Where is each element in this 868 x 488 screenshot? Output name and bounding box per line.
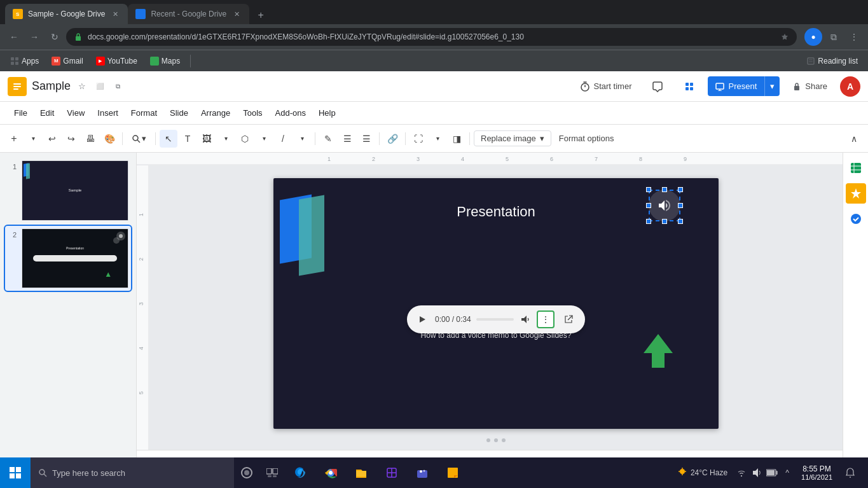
menu-arrange[interactable]: Arrange [195,104,237,122]
menu-addons[interactable]: Add-ons [269,104,312,122]
forward-button[interactable]: → [25,28,43,46]
taskbar-search[interactable]: Type here to search [31,457,234,488]
bg-btn[interactable]: ◨ [448,130,465,148]
right-sidebar-tasks[interactable] [846,209,866,229]
zoom-control[interactable]: ▾ [127,131,151,146]
edit-tool[interactable]: ✎ [319,130,337,148]
task-view-button[interactable] [259,460,285,485]
menu-insert[interactable]: Insert [91,104,125,122]
tab-1[interactable]: S Sample - Google Drive ✕ [5,4,128,24]
battery-icon[interactable] [766,466,778,479]
address-bar[interactable]: docs.google.com/presentation/d/1eGTXE6R1… [66,28,797,46]
menu-edit[interactable]: Edit [34,104,60,122]
print-btn[interactable]: 🖶 [81,130,99,148]
format-options-button[interactable]: Format options [553,131,621,146]
slide-canvas[interactable]: Presentation How to add a voice memo to … [273,178,719,429]
taskbar-sticky[interactable] [437,457,468,488]
open-with-icon[interactable]: ⧉ [111,80,124,93]
volume-button[interactable] [519,313,532,326]
handle-tm[interactable] [662,187,667,192]
back-button[interactable]: ← [5,28,23,46]
audio-element-container[interactable] [649,190,680,221]
menu-slide[interactable]: Slide [163,104,195,122]
cortana-button[interactable] [234,460,259,485]
present-main[interactable]: Present [708,76,764,96]
chevron-up-icon[interactable]: ^ [781,466,794,479]
line-tool[interactable]: / [274,130,292,148]
bookmark-maps[interactable]: Maps [145,54,185,68]
user-avatar[interactable]: A [840,76,860,97]
handle-tl[interactable] [646,187,651,192]
audio-external-button[interactable] [560,310,577,328]
select-tool[interactable]: ↖ [160,130,177,148]
start-timer-button[interactable]: Start timer [572,78,640,95]
notification-button[interactable] [840,463,860,483]
shape-dropdown[interactable]: ▾ [255,130,273,148]
paint-format-btn[interactable]: 🎨 [100,130,118,148]
new-tab-button[interactable]: + [252,6,270,24]
volume-tray-icon[interactable] [750,466,763,479]
move-icon[interactable]: ⬜ [93,80,106,93]
taskbar-snipping[interactable] [376,457,407,488]
slide-title[interactable]: Presentation [457,204,535,220]
image-dropdown[interactable]: ▾ [217,130,235,148]
bookmark-gmail[interactable]: M Gmail [46,54,88,68]
image-tool[interactable]: 🖼 [198,130,216,148]
taskbar-edge[interactable] [285,457,315,488]
menu-view[interactable]: View [60,104,91,122]
handle-br[interactable] [678,219,683,224]
audio-progress-bar[interactable] [476,318,514,321]
extensions-btn[interactable]: ⧉ [825,28,843,46]
bookmark-apps[interactable]: Apps [5,54,44,68]
crop-dropdown[interactable]: ▾ [429,130,446,148]
play-button[interactable] [415,312,430,327]
replace-image-button[interactable]: Replace image ▾ [474,130,551,146]
align-left-btn[interactable]: ☰ [338,130,356,148]
menu-tools[interactable]: Tools [237,104,268,122]
slide-preview-2[interactable]: Presentation ▲ [22,228,128,289]
slide-preview-1[interactable]: Sample [22,160,128,221]
tab1-close[interactable]: ✕ [110,9,120,19]
audio-more-button[interactable]: ⋮ [537,310,555,328]
activities-button[interactable] [676,77,703,96]
profile-icon[interactable]: ● [804,28,822,46]
taskbar-chrome[interactable] [315,457,346,488]
handle-rm[interactable] [678,203,683,208]
slide-thumb-1[interactable]: 1 Sample [5,158,131,223]
star-icon[interactable] [780,32,789,41]
weather-widget[interactable]: 24°C Haze [672,467,733,478]
taskbar-teams[interactable] [407,457,437,488]
tab-2[interactable]: Recent - Google Drive ✕ [128,4,249,24]
crop-btn[interactable]: ⛶ [410,130,427,148]
reading-list-btn[interactable]: Reading list [801,54,863,68]
handle-lm[interactable] [646,203,651,208]
right-sidebar-sheets[interactable] [846,158,866,178]
handle-bl[interactable] [646,219,651,224]
handle-bm[interactable] [662,219,667,224]
slide-thumb-2[interactable]: 2 Presentation ▲ [5,226,131,291]
add-btn[interactable]: + [5,130,23,148]
settings-btn[interactable]: ⋮ [845,28,863,46]
menu-format[interactable]: Format [125,104,163,122]
taskbar-clock[interactable]: 8:55 PM 11/6/2021 [796,464,837,481]
line-dropdown[interactable]: ▾ [293,130,311,148]
right-sidebar-keep[interactable] [846,183,866,204]
audio-player[interactable]: 0:00 / 0:34 ⋮ [407,305,585,333]
shape-tool[interactable]: ⬡ [236,130,254,148]
present-dropdown[interactable]: ▾ [764,76,780,96]
canvas-scroll[interactable]: Presentation How to add a voice memo to … [149,165,843,450]
add-dropdown-btn[interactable]: ▾ [24,130,42,148]
undo-btn[interactable]: ↩ [43,130,61,148]
redo-btn[interactable]: ↪ [62,130,80,148]
menu-help[interactable]: Help [312,104,342,122]
handle-tr[interactable] [678,187,683,192]
present-button[interactable]: Present ▾ [708,76,780,96]
comments-button[interactable] [644,77,671,96]
slides-title[interactable]: Sample [32,80,71,93]
network-icon[interactable] [735,466,748,479]
refresh-button[interactable]: ↻ [46,28,64,46]
text-box-tool[interactable]: T [179,130,196,148]
collapse-toolbar-btn[interactable]: ∧ [845,130,863,148]
star-title-icon[interactable]: ☆ [76,80,88,93]
link-btn[interactable]: 🔗 [383,130,401,148]
